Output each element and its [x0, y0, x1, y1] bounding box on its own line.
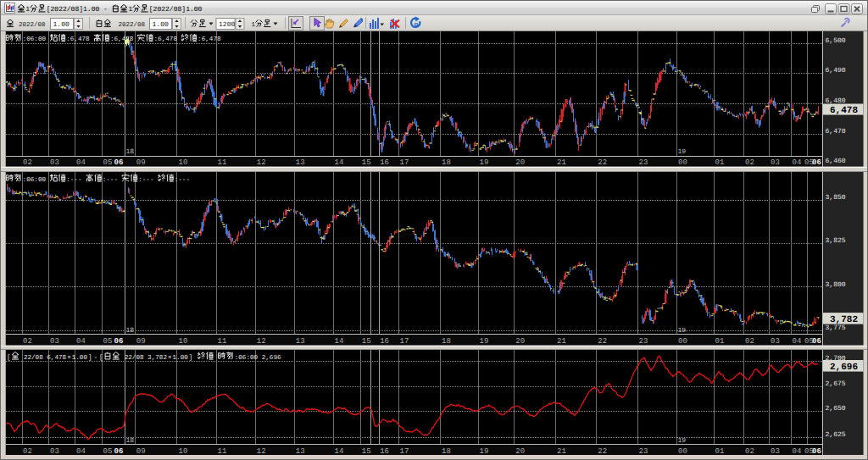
svg-text:[2022/08]1.00: [2022/08]1.00 [149, 6, 203, 14]
svg-text:2022/08: 2022/08 [119, 21, 146, 29]
svg-text:1.00: 1.00 [53, 21, 70, 29]
svg-text:1.00: 1.00 [153, 21, 170, 29]
svg-text:[2022/08]1.00: [2022/08]1.00 [47, 6, 100, 14]
svg-text:R: R [415, 23, 419, 29]
svg-text:2022/08: 2022/08 [19, 21, 46, 29]
svg-text:-: - [103, 6, 108, 14]
svg-text:1200: 1200 [219, 21, 236, 29]
svg-text:1: 1 [128, 6, 132, 14]
svg-text:1: 1 [25, 6, 30, 14]
svg-text:1: 1 [252, 22, 256, 29]
